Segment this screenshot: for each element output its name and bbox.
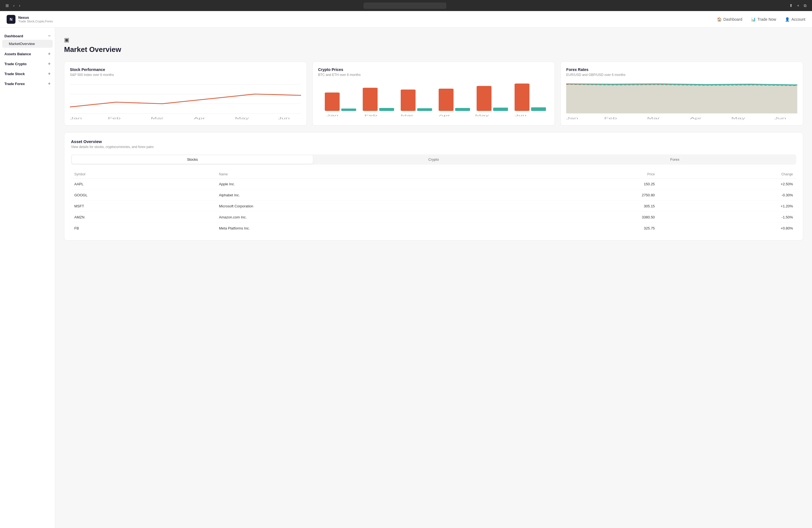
svg-rect-20 <box>493 108 508 111</box>
svg-text:Jun: Jun <box>774 117 786 120</box>
sidebar-trade-stock-header[interactable]: Trade Stock + <box>0 70 55 78</box>
svg-rect-17 <box>379 108 394 111</box>
page-icon: ▣ <box>64 36 803 43</box>
svg-marker-28 <box>566 85 797 114</box>
crypto-chart-area: Jan Feb Mar Apr May Jun <box>318 81 549 120</box>
nav-trade-now[interactable]: 📊 Trade Now <box>751 17 776 21</box>
svg-rect-10 <box>325 92 340 111</box>
svg-text:Jan: Jan <box>566 117 578 120</box>
expand-icon: + <box>48 52 50 56</box>
sidebar-dashboard-label: Dashboard <box>4 34 23 38</box>
brand-text: Nexus Trade Stock,Crypto,Forex <box>18 15 53 23</box>
share-button[interactable]: ⬆ <box>788 2 794 9</box>
cell-price: 2750.80 <box>515 190 658 201</box>
sidebar-section-trade-forex: Trade Forex + <box>0 80 55 88</box>
stock-chart-subtitle: S&P 500 Index over 6 months <box>70 73 301 77</box>
collapse-icon: − <box>48 34 50 38</box>
sidebar: Dashboard − MarketOverview Assets Balanc… <box>0 28 55 528</box>
cell-symbol: GOOGL <box>71 190 216 201</box>
svg-text:Feb: Feb <box>364 114 377 117</box>
cell-name: Alphabet Inc. <box>216 190 515 201</box>
svg-rect-11 <box>363 88 378 111</box>
forex-rates-card: Forex Rates EUR/USD and GBP/USD over 6 m… <box>561 62 803 126</box>
charts-row: Stock Performance S&P 500 Index over 6 m… <box>64 62 803 126</box>
cell-change: +0.80% <box>658 223 796 234</box>
crypto-chart-title: Crypto Prices <box>318 68 549 72</box>
table-header: Symbol Name Price Change <box>71 170 796 179</box>
tab-forex[interactable]: Forex <box>554 155 795 164</box>
svg-text:Apr: Apr <box>690 117 702 120</box>
forex-chart-title: Forex Rates <box>566 68 797 72</box>
sidebar-assets-balance-header[interactable]: Assets Balance + <box>0 50 55 58</box>
new-tab-button[interactable]: + <box>796 2 800 9</box>
svg-rect-15 <box>514 84 530 111</box>
nav-account[interactable]: 👤 Account <box>785 17 806 21</box>
tab-crypto[interactable]: Crypto <box>313 155 554 164</box>
svg-text:May: May <box>475 114 489 117</box>
sidebar-trade-forex-header[interactable]: Trade Forex + <box>0 80 55 88</box>
cell-change: +1.20% <box>658 201 796 212</box>
svg-text:Jun: Jun <box>278 117 290 120</box>
col-change: Change <box>658 170 796 179</box>
expand-icon: + <box>48 82 50 86</box>
svg-text:Mar: Mar <box>401 114 414 117</box>
svg-text:Jun: Jun <box>514 114 526 117</box>
table-row: AMZN Amazon.com Inc. 3380.50 -1.50% <box>71 212 796 223</box>
tabs-button[interactable]: ⧉ <box>802 2 808 9</box>
asset-overview-title: Asset Overview <box>71 139 796 144</box>
app-container: Dashboard − MarketOverview Assets Balanc… <box>0 28 812 528</box>
cell-symbol: MSFT <box>71 201 216 212</box>
cell-name: Microsoft Corporation <box>216 201 515 212</box>
tab-stocks[interactable]: Stocks <box>72 155 313 164</box>
cell-name: Apple Inc. <box>216 179 515 190</box>
svg-text:Mar: Mar <box>647 117 660 120</box>
sidebar-dashboard-header[interactable]: Dashboard − <box>0 32 55 40</box>
brand-name: Nexus <box>18 15 53 19</box>
forex-chart-area: Jan Feb Mar Apr May Jun <box>566 81 797 120</box>
cell-price: 3380.50 <box>515 212 658 223</box>
table-row: AAPL Apple Inc. 150.25 +2.50% <box>71 179 796 190</box>
nav-dashboard-label: Dashboard <box>723 17 742 21</box>
svg-rect-12 <box>401 89 416 111</box>
cell-price: 150.25 <box>515 179 658 190</box>
brand-tagline: Trade Stock,Crypto,Forex <box>18 19 53 23</box>
cell-symbol: FB <box>71 223 216 234</box>
col-symbol: Symbol <box>71 170 216 179</box>
sidebar-toggle-button[interactable]: ⊞ <box>4 2 10 9</box>
top-nav: N Nexus Trade Stock,Crypto,Forex 🏠 Dashb… <box>0 11 812 28</box>
cell-price: 325.75 <box>515 223 658 234</box>
url-input[interactable]: localhost <box>363 2 446 9</box>
forward-button[interactable]: › <box>18 2 21 9</box>
table-header-row: Symbol Name Price Change <box>71 170 796 179</box>
browser-chrome: ⊞ ‹ › localhost ⬆ + ⧉ <box>0 0 812 11</box>
sidebar-assets-balance-label: Assets Balance <box>4 52 31 56</box>
nav-dashboard[interactable]: 🏠 Dashboard <box>717 17 742 21</box>
svg-text:Mar: Mar <box>151 117 164 120</box>
stock-chart-area: Jan Feb Mar Apr May Jun <box>70 81 301 120</box>
asset-overview-subtitle: View details for stocks, cryptocurrencie… <box>71 145 796 149</box>
col-name: Name <box>216 170 515 179</box>
user-icon: 👤 <box>785 17 789 21</box>
stocks-table: Symbol Name Price Change AAPL Apple Inc.… <box>71 170 796 234</box>
cell-change: -1.50% <box>658 212 796 223</box>
svg-text:Jan: Jan <box>327 114 338 117</box>
forex-chart-subtitle: EUR/USD and GBP/USD over 6 months <box>566 73 797 77</box>
asset-tabs: Stocks Crypto Forex <box>71 155 796 165</box>
cell-price: 305.15 <box>515 201 658 212</box>
sidebar-item-market-overview[interactable]: MarketOverview <box>2 40 53 48</box>
svg-rect-14 <box>476 86 491 111</box>
expand-icon: + <box>48 72 50 76</box>
crypto-chart-subtitle: BTC and ETH over 6 months <box>318 73 549 77</box>
page-header: ▣ Market Overview <box>64 36 803 54</box>
stock-chart-title: Stock Performance <box>70 68 301 72</box>
home-icon: 🏠 <box>717 17 722 21</box>
sidebar-trade-crypto-header[interactable]: Trade Crypto + <box>0 60 55 68</box>
sidebar-section-dashboard: Dashboard − MarketOverview <box>0 32 55 48</box>
asset-overview-card: Asset Overview View details for stocks, … <box>64 132 803 240</box>
chart-icon: 📊 <box>751 17 756 21</box>
svg-text:Feb: Feb <box>604 117 617 120</box>
cell-change: +2.50% <box>658 179 796 190</box>
back-button[interactable]: ‹ <box>12 2 16 9</box>
forex-area-chart: Jan Feb Mar Apr May Jun <box>566 81 797 120</box>
svg-rect-19 <box>455 108 470 111</box>
